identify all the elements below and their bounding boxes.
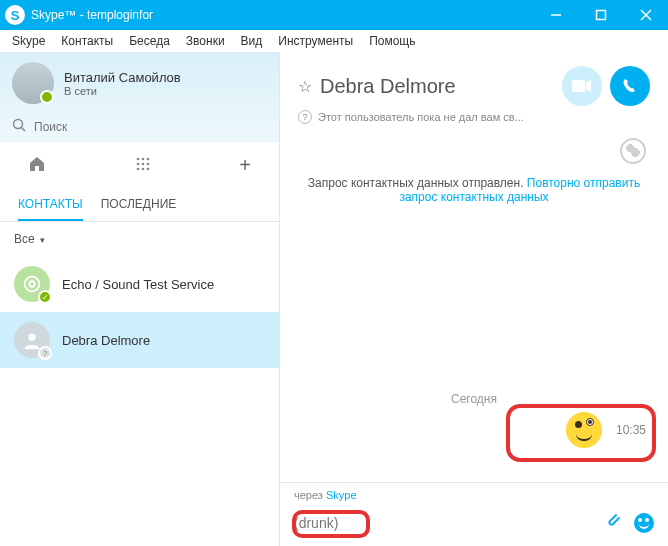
compose-area: через Skype — [280, 482, 668, 546]
globe-icon[interactable] — [620, 138, 646, 164]
search-row[interactable] — [0, 114, 279, 146]
tab-contacts[interactable]: КОНТАКТЫ — [18, 191, 83, 221]
contact-item-echo[interactable]: ✓ Echo / Sound Test Service — [0, 256, 279, 312]
svg-point-17 — [28, 334, 35, 341]
emoji-picker-icon[interactable] — [634, 513, 654, 533]
voice-call-button[interactable] — [610, 66, 650, 106]
svg-point-14 — [146, 167, 149, 170]
sidebar: Виталий Самойлов В сети + КОНТАКТЫ ПОСЛЕ… — [0, 52, 280, 546]
self-name: Виталий Самойлов — [64, 70, 181, 85]
menu-calls[interactable]: Звонки — [178, 32, 233, 50]
svg-point-11 — [146, 162, 149, 165]
message-input[interactable] — [294, 515, 604, 531]
filter-dropdown[interactable]: Все ▾ — [0, 222, 279, 256]
menu-contacts[interactable]: Контакты — [53, 32, 121, 50]
message-sent: 10:35 — [566, 412, 646, 448]
contact-item-debra[interactable]: ? Debra Delmore — [0, 312, 279, 368]
svg-point-4 — [14, 120, 23, 129]
attach-file-icon[interactable] — [604, 511, 622, 534]
maximize-button[interactable] — [578, 0, 623, 30]
date-separator: Сегодня — [280, 392, 668, 406]
window-title: Skype™ - temploginfor — [31, 8, 153, 22]
svg-point-12 — [136, 167, 139, 170]
minimize-button[interactable] — [533, 0, 578, 30]
svg-line-5 — [22, 128, 26, 132]
svg-point-15 — [25, 277, 40, 292]
contact-name-label: Echo / Sound Test Service — [62, 277, 214, 292]
menu-help[interactable]: Помощь — [361, 32, 423, 50]
title-bar: S Skype™ - temploginfor — [0, 0, 668, 30]
via-skype-link[interactable]: Skype — [326, 489, 357, 501]
contact-request-notice: Запрос контактных данных отправлен. Повт… — [280, 170, 668, 208]
svg-point-13 — [141, 167, 144, 170]
dialpad-icon[interactable] — [135, 156, 151, 176]
chat-subtitle: Этот пользователь пока не дал вам св... — [318, 111, 524, 123]
filter-label: Все — [14, 232, 35, 246]
sidebar-tabs: КОНТАКТЫ ПОСЛЕДНИЕ — [0, 185, 279, 221]
self-status: В сети — [64, 85, 181, 97]
svg-point-8 — [146, 157, 149, 160]
menu-bar: Skype Контакты Беседа Звонки Вид Инструм… — [0, 30, 668, 52]
chat-header: ☆ Debra Delmore ? Этот пользователь пока… — [280, 52, 668, 132]
tab-recent[interactable]: ПОСЛЕДНИЕ — [101, 191, 177, 221]
via-row: через Skype — [280, 483, 668, 505]
svg-point-6 — [136, 157, 139, 160]
contact-avatar: ✓ — [14, 266, 50, 302]
contact-avatar: ? — [14, 322, 50, 358]
home-icon[interactable] — [28, 155, 46, 177]
svg-point-7 — [141, 157, 144, 160]
favorite-star-icon[interactable]: ☆ — [298, 77, 312, 96]
profile-row[interactable]: Виталий Самойлов В сети — [0, 52, 279, 114]
search-input[interactable] — [34, 120, 267, 134]
chat-pane: ☆ Debra Delmore ? Этот пользователь пока… — [280, 52, 668, 546]
menu-tools[interactable]: Инструменты — [270, 32, 361, 50]
info-icon[interactable]: ? — [298, 110, 312, 124]
video-call-button[interactable] — [562, 66, 602, 106]
contact-name-label: Debra Delmore — [62, 333, 150, 348]
menu-view[interactable]: Вид — [233, 32, 271, 50]
self-avatar — [12, 62, 54, 104]
add-contact-icon[interactable]: + — [239, 154, 251, 177]
presence-online-icon: ✓ — [38, 290, 52, 304]
menu-skype[interactable]: Skype — [4, 32, 53, 50]
svg-point-9 — [136, 162, 139, 165]
message-time: 10:35 — [616, 423, 646, 437]
drunk-emoji-icon — [566, 412, 602, 448]
svg-rect-18 — [572, 80, 585, 92]
chat-contact-name: Debra Delmore — [320, 75, 456, 98]
chevron-down-icon: ▾ — [40, 235, 45, 245]
nav-icons-row: + — [0, 146, 279, 185]
chat-body: Сегодня 10:35 — [280, 208, 668, 482]
presence-online-icon — [40, 90, 54, 104]
svg-point-16 — [29, 281, 35, 287]
skype-logo-icon: S — [5, 5, 25, 25]
menu-conversation[interactable]: Беседа — [121, 32, 178, 50]
close-button[interactable] — [623, 0, 668, 30]
search-icon — [12, 118, 26, 136]
svg-rect-1 — [596, 11, 605, 20]
presence-unknown-icon: ? — [38, 346, 52, 360]
svg-point-10 — [141, 162, 144, 165]
